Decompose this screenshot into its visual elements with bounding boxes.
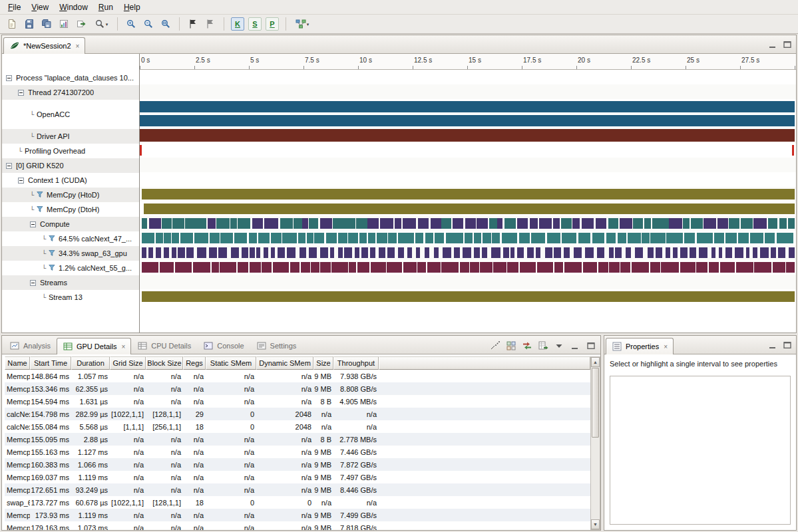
trace-pointer-button[interactable] bbox=[489, 339, 502, 352]
timeline-bar-segment[interactable] bbox=[592, 233, 605, 243]
track-thread[interactable] bbox=[140, 84, 796, 99]
track-streams[interactable] bbox=[140, 275, 796, 289]
timeline-bar-segment[interactable] bbox=[778, 247, 785, 258]
timeline-bar-segment[interactable] bbox=[666, 233, 683, 243]
timeline-bar-segment[interactable] bbox=[564, 247, 570, 258]
tree-row-stream-13[interactable]: └Stream 13 bbox=[2, 290, 139, 305]
timeline-bar-segment[interactable] bbox=[309, 218, 318, 229]
timeline-bar-segment[interactable] bbox=[561, 218, 572, 229]
track-kernel-calcnext-47[interactable] bbox=[140, 231, 796, 245]
timeline-bar-segment[interactable] bbox=[361, 247, 368, 258]
timeline-bar-segment[interactable] bbox=[142, 262, 158, 273]
timeline-bar-segment[interactable] bbox=[431, 218, 441, 229]
timeline-bar-segment[interactable] bbox=[520, 262, 536, 273]
timeline-bar-segment[interactable] bbox=[699, 247, 708, 258]
timeline-bar-segment[interactable] bbox=[635, 247, 643, 258]
timeline-bar-segment[interactable] bbox=[519, 233, 530, 243]
new-session-button[interactable] bbox=[4, 16, 20, 32]
timeline-bar-segment[interactable] bbox=[711, 247, 715, 258]
table-row[interactable]: Memcpy172.651 ms93.249 µsn/an/an/an/an/a… bbox=[5, 483, 590, 496]
timeline-bar-segment[interactable] bbox=[387, 262, 402, 273]
timeline-bar-segment[interactable] bbox=[669, 218, 682, 229]
timeline-bar-segment[interactable] bbox=[720, 262, 735, 273]
timeline-bar-segment[interactable] bbox=[598, 262, 608, 273]
timeline-bar-segment[interactable] bbox=[768, 218, 777, 229]
col-header-size[interactable]: Size bbox=[313, 356, 333, 370]
timeline-bar-segment[interactable] bbox=[746, 247, 749, 258]
menu-help[interactable]: Help bbox=[118, 1, 146, 13]
timeline-bar-segment[interactable] bbox=[719, 247, 722, 258]
timeline-bar-segment[interactable] bbox=[435, 233, 444, 243]
tree-row-grid-k520[interactable]: [0] GRID K520 bbox=[2, 158, 139, 173]
timeline-bar-segment[interactable] bbox=[425, 247, 430, 258]
track-stream-13[interactable] bbox=[140, 289, 796, 304]
timeline-bar-segment[interactable] bbox=[301, 262, 310, 273]
timeline-bar-segment[interactable] bbox=[446, 233, 463, 243]
timeline-bar-segment[interactable] bbox=[331, 262, 348, 273]
tab-session[interactable]: *NewSession2 × bbox=[3, 37, 85, 54]
track-kernel-swap-63[interactable] bbox=[140, 245, 796, 260]
timeline-bar-segment[interactable] bbox=[554, 262, 564, 273]
timeline-bar-segment[interactable] bbox=[175, 262, 192, 273]
timeline-bar-segment[interactable] bbox=[597, 247, 605, 258]
table-row[interactable]: Memcpy155.095 ms2.88 µsn/an/an/an/an/a8 … bbox=[5, 433, 590, 446]
profile-application-button[interactable] bbox=[56, 16, 72, 32]
col-header-dynamic-smem[interactable]: Dynamic SMem bbox=[256, 356, 313, 370]
timeline-bar-segment[interactable] bbox=[218, 247, 227, 258]
timeline-bar-segment[interactable] bbox=[517, 247, 524, 258]
timeline-bar-segment[interactable] bbox=[729, 218, 739, 229]
timeline-bar-segment[interactable] bbox=[249, 233, 257, 243]
timeline-bar-segment[interactable] bbox=[536, 247, 540, 258]
timeline-bar-segment[interactable] bbox=[765, 233, 775, 243]
timeline-bar-segment[interactable] bbox=[531, 233, 545, 243]
table-row[interactable]: Memcpy169.037 ms1.119 msn/an/an/an/an/a9… bbox=[5, 471, 590, 483]
track-grid-k520[interactable] bbox=[140, 158, 796, 172]
timeline-bar-segment[interactable] bbox=[425, 233, 434, 243]
timeline-bar-segment[interactable] bbox=[562, 233, 576, 243]
track-memcpy-dtoh[interactable] bbox=[140, 201, 796, 216]
menu-view[interactable]: View bbox=[26, 1, 54, 13]
timeline-bar-segment[interactable] bbox=[230, 218, 237, 229]
col-header-duration[interactable]: Duration bbox=[71, 356, 110, 370]
timeline-bar-segment[interactable] bbox=[258, 233, 270, 243]
timeline-bar-segment[interactable] bbox=[620, 262, 630, 273]
timeline-bar-segment[interactable] bbox=[142, 247, 146, 258]
timeline-bar-segment[interactable] bbox=[489, 218, 497, 229]
timeline-bar-segment[interactable] bbox=[238, 262, 248, 273]
timeline-bar-segment[interactable] bbox=[507, 262, 518, 273]
tree-row-compute[interactable]: Compute bbox=[2, 217, 139, 231]
tab-properties[interactable]: Properties × bbox=[606, 338, 674, 354]
layout-grid-button[interactable] bbox=[504, 339, 518, 352]
collapse-toggle[interactable] bbox=[18, 90, 24, 96]
close-icon[interactable]: × bbox=[664, 343, 668, 350]
zoom-out-button[interactable] bbox=[140, 16, 156, 32]
timeline-bar-segment[interactable] bbox=[453, 218, 463, 229]
timeline-bar-segment[interactable] bbox=[338, 247, 343, 258]
timeline-bar-segment[interactable] bbox=[683, 218, 690, 229]
timeline-bar-segment[interactable] bbox=[271, 233, 281, 243]
zoom-fit-button[interactable] bbox=[158, 16, 174, 32]
minimize-button[interactable] bbox=[767, 339, 779, 351]
timeline-bar-segment[interactable] bbox=[417, 262, 426, 273]
tab-cpu-details[interactable]: CPU Details bbox=[131, 337, 197, 354]
timeline-bar-segment[interactable] bbox=[193, 262, 210, 273]
menu-window[interactable]: Window bbox=[54, 1, 93, 13]
save-all-button[interactable] bbox=[39, 16, 55, 32]
table-row[interactable]: swap_6173.727 ms60.678 µs[1022,1,1][128,… bbox=[5, 496, 590, 509]
timeline-bar-segment[interactable] bbox=[714, 233, 725, 243]
timeline-bar-segment[interactable] bbox=[387, 247, 395, 258]
timeline-bar-segment[interactable] bbox=[697, 233, 713, 243]
tree-row-memcpy-dtoh[interactable]: └MemCpy (DtoH) bbox=[2, 202, 139, 217]
timeline-bar-segment[interactable] bbox=[142, 233, 154, 243]
timeline-bar-segment[interactable] bbox=[652, 218, 662, 229]
export-profile-button[interactable] bbox=[73, 16, 89, 32]
tree-row-profiling-overhead[interactable]: └Profiling Overhead bbox=[2, 144, 139, 158]
timeline-bar-segment[interactable] bbox=[403, 218, 416, 229]
scroll-up-button[interactable]: ▲ bbox=[591, 357, 600, 367]
timeline-bar-segment[interactable] bbox=[564, 262, 582, 273]
timeline-bar-segment[interactable] bbox=[299, 247, 307, 258]
timeline-bar-segment[interactable] bbox=[539, 218, 552, 229]
timeline-bar-segment[interactable] bbox=[142, 291, 795, 302]
menu-file[interactable]: File bbox=[3, 1, 26, 13]
timeline-bar-segment[interactable] bbox=[280, 218, 294, 229]
